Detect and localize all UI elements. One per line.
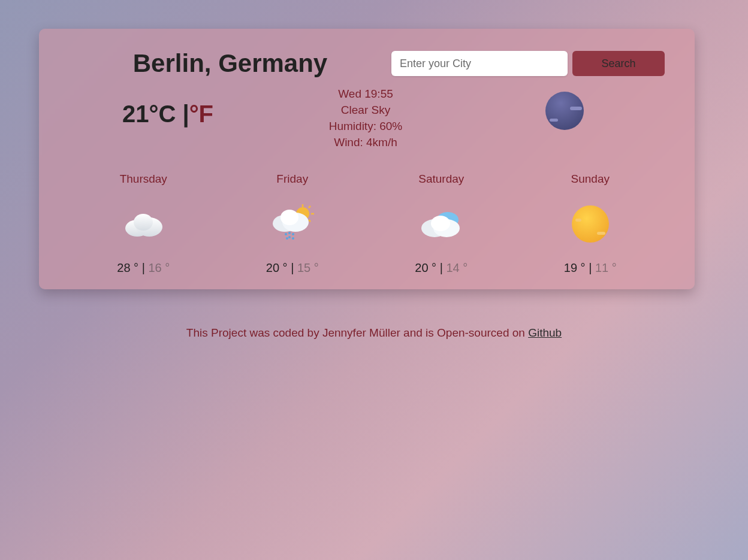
svg-rect-2: [550, 119, 558, 122]
unit-separator: |: [176, 101, 189, 127]
svg-point-17: [288, 232, 291, 234]
svg-line-10: [309, 220, 310, 222]
svg-rect-25: [575, 219, 581, 222]
sun-icon: [516, 200, 665, 248]
temperature-block: 21°C |°F: [69, 86, 267, 128]
forecast-row: Thursday 28 ° | 16 ° Friday: [69, 172, 665, 275]
night-foggy-icon: [545, 91, 584, 133]
partly-cloudy-icon: [367, 200, 516, 248]
svg-point-16: [292, 233, 294, 235]
search-button[interactable]: Search: [572, 51, 665, 76]
current-wind: Wind: 4km/h: [267, 135, 465, 151]
svg-point-5: [134, 214, 153, 231]
forecast-temps: 20 ° | 15 °: [218, 261, 367, 275]
current-humidity: Humidity: 60%: [267, 119, 465, 135]
current-details: Wed 19:55 Clear Sky Humidity: 60% Wind: …: [267, 86, 465, 151]
temp-high: 19 °: [564, 261, 586, 274]
rain-sun-icon: [218, 200, 367, 248]
svg-point-13: [280, 210, 298, 225]
forecast-day-name: Friday: [218, 172, 367, 186]
current-condition: Clear Sky: [267, 102, 465, 119]
forecast-day-name: Saturday: [367, 172, 516, 186]
forecast-temps: 28 ° | 16 °: [69, 261, 218, 275]
svg-line-9: [309, 206, 310, 208]
temp-low: 15 °: [297, 261, 319, 274]
temp-low: 11 °: [595, 261, 617, 274]
unit-fahrenheit[interactable]: °F: [189, 101, 213, 127]
header-row: Berlin, Germany Search: [69, 49, 665, 78]
svg-point-0: [545, 92, 584, 130]
temperature-value: 21: [122, 101, 149, 127]
cloud-icon: [69, 200, 218, 248]
current-weather-icon-wrap: [465, 86, 665, 133]
svg-point-18: [286, 237, 288, 240]
svg-point-23: [431, 216, 450, 231]
svg-point-15: [288, 236, 291, 238]
location-title: Berlin, Germany: [69, 49, 391, 78]
forecast-day: Friday: [218, 172, 367, 275]
temp-high: 28 °: [117, 261, 138, 274]
svg-rect-26: [597, 232, 605, 235]
search-form: Search: [391, 51, 665, 76]
svg-point-14: [285, 233, 287, 235]
forecast-day: Saturday 20 ° | 14 °: [367, 172, 516, 275]
svg-rect-1: [570, 107, 582, 110]
temp-low: 14 °: [446, 261, 468, 274]
forecast-day: Sunday 19 ° | 11 °: [516, 172, 665, 275]
forecast-temps: 19 ° | 11 °: [516, 261, 665, 275]
unit-celsius[interactable]: °C: [149, 101, 176, 127]
svg-point-24: [572, 205, 609, 243]
temp-low: 16 °: [148, 261, 170, 274]
footer-credit: This Project was coded by Jennyfer Mülle…: [0, 326, 748, 340]
city-search-input[interactable]: [391, 51, 568, 76]
forecast-day: Thursday 28 ° | 16 °: [69, 172, 218, 275]
forecast-day-name: Sunday: [516, 172, 665, 186]
temp-high: 20 °: [415, 261, 436, 274]
current-datetime: Wed 19:55: [267, 86, 465, 102]
github-link[interactable]: Github: [528, 326, 562, 339]
current-conditions: 21°C |°F Wed 19:55 Clear Sky Humidity: 6…: [69, 86, 665, 151]
weather-card: Berlin, Germany Search 21°C |°F Wed 19:5…: [39, 29, 695, 289]
forecast-temps: 20 ° | 14 °: [367, 261, 516, 275]
forecast-day-name: Thursday: [69, 172, 218, 186]
svg-point-19: [292, 237, 294, 240]
footer-text: This Project was coded by Jennyfer Mülle…: [186, 326, 528, 339]
temp-high: 20 °: [266, 261, 288, 274]
